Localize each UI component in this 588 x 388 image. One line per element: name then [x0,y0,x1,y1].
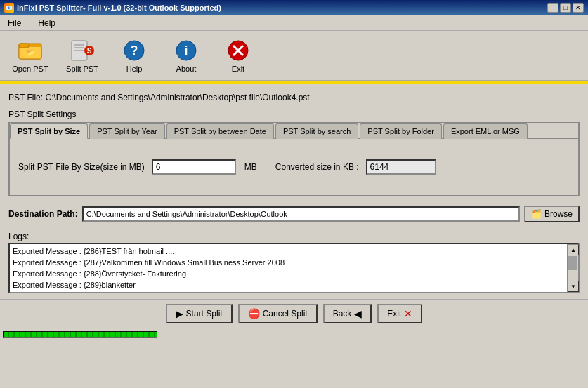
cancel-split-button[interactable]: ⛔ Cancel Split [238,304,318,323]
title-bar: 📧 InFixi PST Splitter- Full v-1.0 (32-bi… [0,0,588,15]
scroll-down[interactable]: ▼ [568,281,579,292]
log-line: Exported Message : {287}Välkommen till W… [13,257,564,268]
cancel-split-label: Cancel Split [263,309,308,319]
progress-bar-container [0,328,588,340]
size-suffix: MB [244,162,257,172]
menu-help[interactable]: Help [33,16,60,30]
destination-input[interactable] [82,206,520,222]
start-split-label: Start Split [186,309,223,319]
tab-by-size[interactable]: PST Split by Size [10,123,88,139]
exit-label: Exit [232,65,244,73]
progress-bar [3,331,157,338]
start-split-icon: ▶ [176,308,183,319]
window-title: InFixi PST Splitter- Full v-1.0 (32-bit … [17,4,221,12]
log-line: Exported Message : {289}blanketter [13,279,564,290]
split-pst-button[interactable]: S Split PST [58,34,107,76]
destination-row: Destination Path: 🗂️ Browse [8,201,580,227]
menu-file[interactable]: File [3,16,26,30]
log-line: Exported Message : {288}Överstycket- Fak… [13,268,564,279]
svg-text:📂: 📂 [26,48,35,57]
exit-icon [226,38,251,63]
maximize-button[interactable]: □ [560,3,571,13]
exit-bottom-button[interactable]: Exit ✕ [377,304,422,323]
tab-by-search[interactable]: PST Split by search [275,123,358,139]
about-label: About [176,65,197,73]
app-icon: 📧 [4,3,14,13]
window-controls[interactable]: _ □ ✕ [547,3,584,13]
tab-by-date[interactable]: PST Split by between Date [166,123,274,139]
kb-label: Converted size in KB : [275,162,359,172]
scroll-thumb[interactable] [568,256,577,270]
toolbar: 📂 Open PST S Split PST ? Help [0,31,588,81]
logs-text: Exported Message : {286}TEST från hotmai… [10,244,567,292]
destination-label: Destination Path: [8,209,78,219]
bottom-bar: ▶ Start Split ⛔ Cancel Split Back ◀ Exit… [0,299,588,328]
tabs-container: PST Split by Size PST Split by Year PST … [8,122,580,196]
open-pst-button[interactable]: 📂 Open PST [6,34,55,76]
tab-by-folder[interactable]: PST Split by Folder [360,123,442,139]
pst-file-label: PST File: [8,93,45,102]
log-line: Exported Message : {286}TEST från hotmai… [13,246,564,257]
back-label: Back [333,309,352,319]
split-pst-label: Split PST [66,65,98,73]
help-button[interactable]: ? Help [110,34,159,76]
size-input[interactable] [152,159,236,175]
tab-export[interactable]: Export EML or MSG [443,123,528,139]
start-split-button[interactable]: ▶ Start Split [166,304,233,323]
scroll-up[interactable]: ▲ [568,244,579,255]
exit-button[interactable]: Exit [214,34,263,76]
close-button[interactable]: ✕ [573,3,584,13]
exit-bottom-icon: ✕ [404,308,412,319]
browse-label: Browse [544,209,573,219]
cancel-split-icon: ⛔ [248,308,260,319]
exit-bottom-label: Exit [387,309,401,319]
pst-file-value: C:\Documents and Settings\Administrator\… [45,93,309,102]
main-content: PST File: C:\Documents and Settings\Admi… [0,84,588,299]
back-button[interactable]: Back ◀ [323,304,372,323]
logs-scrollbar[interactable]: ▲ ▼ [567,244,578,292]
browse-icon: 🗂️ [531,209,542,219]
kb-input[interactable] [366,159,436,175]
minimize-button[interactable]: _ [547,3,558,13]
pst-file-info: PST File: C:\Documents and Settings\Admi… [8,90,580,105]
menu-bar: File Help [0,15,588,31]
svg-text:i: i [184,44,188,58]
tab-bar: PST Split by Size PST Split by Year PST … [10,123,578,139]
about-icon: i [174,38,199,63]
split-settings-label: PST Split Settings [8,109,580,119]
browse-button[interactable]: 🗂️ Browse [524,206,580,222]
logs-section: Logs: Exported Message : {286}TEST från … [8,232,580,293]
back-icon: ◀ [354,308,362,319]
size-label: Split PST File By Size(size in MB) [18,162,145,172]
tab-content-size: Split PST File By Size(size in MB) MB Co… [10,139,578,195]
split-pst-icon: S [70,38,95,63]
about-button[interactable]: i About [162,34,211,76]
logs-label: Logs: [8,232,580,241]
svg-text:S: S [87,47,92,55]
tab-by-year[interactable]: PST Split by Year [89,123,164,139]
open-pst-label: Open PST [12,65,48,73]
help-label: Help [126,65,143,73]
svg-text:?: ? [131,44,138,58]
logs-wrapper: Exported Message : {286}TEST från hotmai… [8,243,580,293]
title-bar-text: 📧 InFixi PST Splitter- Full v-1.0 (32-bi… [4,3,221,13]
help-icon: ? [122,38,147,63]
svg-rect-2 [19,44,29,48]
open-pst-icon: 📂 [18,38,43,63]
